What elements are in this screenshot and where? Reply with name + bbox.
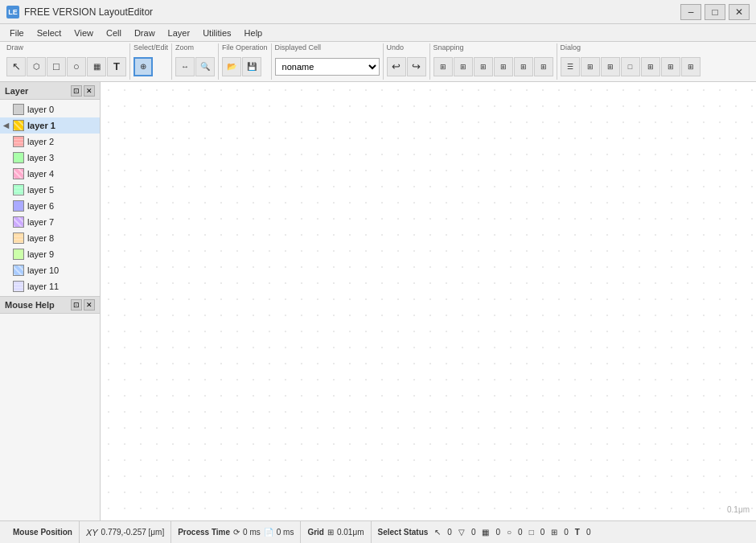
layer-item[interactable]: layer 6 bbox=[0, 198, 100, 214]
window-controls: – □ ✕ bbox=[680, 4, 750, 20]
snap3-button[interactable]: ⊞ bbox=[474, 57, 493, 76]
menu-layer[interactable]: Layer bbox=[162, 27, 197, 39]
toolbar: Draw ↖ ⬡ □ ○ ▦ T Select/Edit ⊕ Zoom ↔ 🔍 … bbox=[0, 42, 756, 82]
zoom-fit-button[interactable]: ↔ bbox=[175, 57, 195, 76]
menu-file[interactable]: File bbox=[3, 27, 31, 39]
select-status-label: Select Status bbox=[378, 528, 429, 537]
layer-item[interactable]: layer 10 bbox=[0, 262, 100, 278]
snap4-button[interactable]: ⊞ bbox=[494, 57, 513, 76]
maximize-button[interactable]: □ bbox=[705, 4, 725, 20]
array-button[interactable]: ▦ bbox=[87, 57, 106, 76]
dialog4-button[interactable]: □ bbox=[621, 57, 640, 76]
menu-cell[interactable]: Cell bbox=[100, 27, 128, 39]
status-bar: Mouse Position XY 0.779,-0.257 [μm] Proc… bbox=[0, 520, 756, 543]
layer-panel-float-button[interactable]: ⊡ bbox=[71, 85, 82, 97]
snapping-buttons: ⊞ ⊞ ⊞ ⊞ ⊞ ⊞ bbox=[433, 53, 553, 80]
process-time-val1: 0 ms bbox=[243, 528, 261, 537]
layer-name: layer 9 bbox=[27, 249, 54, 259]
file-group-label: File Operation bbox=[222, 43, 268, 51]
layer-item[interactable]: layer 0 bbox=[0, 101, 100, 117]
mouse-help-controls: ⊡ ✕ bbox=[71, 299, 95, 311]
open-button[interactable]: 📂 bbox=[222, 57, 241, 76]
select-icon5: □ bbox=[529, 528, 534, 537]
minimize-button[interactable]: – bbox=[680, 4, 701, 20]
dialog7-button[interactable]: ⊞ bbox=[681, 57, 701, 76]
window-title: FREE VERSION LayoutEditor bbox=[24, 6, 153, 18]
layer-swatch bbox=[13, 184, 24, 195]
snap1-button[interactable]: ⊞ bbox=[433, 57, 453, 76]
mouse-help-float-button[interactable]: ⊡ bbox=[71, 299, 82, 311]
close-button[interactable]: ✕ bbox=[729, 4, 750, 20]
mouse-help-panel: Mouse Help ⊡ ✕ bbox=[0, 296, 100, 314]
snap5-button[interactable]: ⊞ bbox=[514, 57, 533, 76]
layer-panel-header: Layer ⊡ ✕ bbox=[0, 82, 100, 100]
snap6-button[interactable]: ⊞ bbox=[534, 57, 553, 76]
menu-bar: File Select View Cell Draw Layer Utiliti… bbox=[0, 24, 756, 42]
layer-swatch bbox=[13, 232, 24, 244]
mouse-help-close-button[interactable]: ✕ bbox=[84, 299, 95, 311]
layer-item[interactable]: layer 4 bbox=[0, 166, 100, 182]
mouse-position-value: 0.779,-0.257 [μm] bbox=[101, 528, 165, 537]
select-icon7: T bbox=[575, 528, 580, 537]
select-count-6: 0 bbox=[564, 528, 569, 537]
mouse-help-title: Mouse Help bbox=[5, 300, 55, 310]
layer-item[interactable]: layer 3 bbox=[0, 150, 100, 166]
menu-help[interactable]: Help bbox=[238, 27, 269, 39]
displayed-cell-combo[interactable]: noname bbox=[275, 58, 380, 76]
select-icon3: ▦ bbox=[482, 528, 489, 537]
select-edit-button[interactable]: ⊕ bbox=[134, 57, 153, 76]
menu-view[interactable]: View bbox=[68, 27, 100, 39]
layer-swatch bbox=[13, 104, 24, 115]
process-time-icon2: 📄 bbox=[264, 528, 273, 537]
dot-grid bbox=[101, 82, 756, 520]
zoom-group-label: Zoom bbox=[175, 43, 194, 51]
layer-item[interactable]: layer 5 bbox=[0, 182, 100, 198]
menu-draw[interactable]: Draw bbox=[128, 27, 162, 39]
draw-group-label: Draw bbox=[6, 43, 23, 51]
layer-panel-close-button[interactable]: ✕ bbox=[84, 85, 95, 97]
circle-button[interactable]: ○ bbox=[67, 57, 86, 76]
mouse-position-value-section: XY 0.779,-0.257 [μm] bbox=[80, 521, 171, 543]
dialog5-button[interactable]: ⊞ bbox=[641, 57, 660, 76]
dialog2-button[interactable]: ⊞ bbox=[581, 57, 600, 76]
select-status-section: Select Status ↖ 0 ▽ 0 ▦ 0 ○ 0 □ 0 ⊞ 0 T … bbox=[372, 521, 750, 543]
layer-panel-title: Layer bbox=[5, 86, 28, 96]
layer-item[interactable]: layer 7 bbox=[0, 214, 100, 230]
layer-item[interactable]: layer 9 bbox=[0, 246, 100, 262]
redo-button[interactable]: ↪ bbox=[407, 57, 426, 76]
dialog-buttons: ☰ ⊞ ⊞ □ ⊞ ⊞ ⊞ bbox=[561, 53, 701, 80]
select-tool-button[interactable]: ↖ bbox=[6, 57, 26, 76]
dialog3-button[interactable]: ⊞ bbox=[601, 57, 620, 76]
polygon-button[interactable]: ⬡ bbox=[27, 57, 46, 76]
canvas-area[interactable]: 0.1μm bbox=[101, 82, 756, 520]
toolbar-group-draw: Draw ↖ ⬡ □ ○ ▦ T bbox=[3, 43, 130, 80]
select-count-2: 0 bbox=[471, 528, 476, 537]
process-time-section: Process Time ⟳ 0 ms 📄 0 ms bbox=[171, 521, 301, 543]
save-button[interactable]: 💾 bbox=[242, 57, 261, 76]
text-button[interactable]: T bbox=[107, 57, 126, 76]
undo-button[interactable]: ↩ bbox=[387, 57, 406, 76]
layer-item[interactable]: layer 11 bbox=[0, 278, 100, 294]
select-count-5: 0 bbox=[540, 528, 545, 537]
layer-item[interactable]: ◀layer 1 bbox=[0, 117, 100, 134]
dialog6-button[interactable]: ⊞ bbox=[661, 57, 680, 76]
layer-item[interactable]: layer 2 bbox=[0, 134, 100, 150]
title-bar: LE FREE VERSION LayoutEditor – □ ✕ bbox=[0, 0, 756, 24]
dialog1-button[interactable]: ☰ bbox=[561, 57, 580, 76]
layer-panel: Layer ⊡ ✕ layer 0◀layer 1layer 2layer 3l… bbox=[0, 82, 100, 296]
layer-item[interactable]: layer 8 bbox=[0, 230, 100, 246]
menu-select[interactable]: Select bbox=[31, 27, 68, 39]
box-button[interactable]: □ bbox=[47, 57, 66, 76]
snap2-button[interactable]: ⊞ bbox=[454, 57, 473, 76]
left-panel: Layer ⊡ ✕ layer 0◀layer 1layer 2layer 3l… bbox=[0, 82, 101, 520]
select-count-1: 0 bbox=[447, 528, 452, 537]
select-count-4: 0 bbox=[518, 528, 523, 537]
zoom-in-button[interactable]: 🔍 bbox=[195, 57, 215, 76]
select-icon6: ⊞ bbox=[551, 528, 557, 537]
select-count-7: 0 bbox=[586, 528, 591, 537]
layer-swatch bbox=[13, 200, 24, 212]
menu-utilities[interactable]: Utilities bbox=[196, 27, 237, 39]
toolbar-group-undo: Undo ↩ ↪ bbox=[384, 43, 430, 80]
layer-name: layer 6 bbox=[27, 201, 54, 211]
grid-section: Grid ⊞ 0.01μm bbox=[301, 521, 371, 543]
